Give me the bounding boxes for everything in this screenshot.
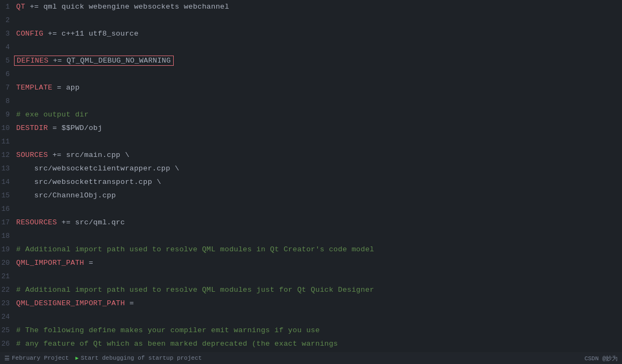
code-token: RESOURCES xyxy=(16,218,57,226)
line-number: 17 xyxy=(0,218,16,226)
code-line: 16 xyxy=(0,202,622,216)
code-token: # Additional import path used xyxy=(16,286,152,294)
code-line: 1QT += qml quick webengine websockets we… xyxy=(0,0,622,13)
line-number: 6 xyxy=(0,70,16,78)
line-number: 15 xyxy=(0,191,16,200)
line-number: 23 xyxy=(0,299,16,307)
code-token: QML_DESIGNER_IMPORT_PATH xyxy=(16,299,125,307)
line-number: 14 xyxy=(0,178,16,186)
line-content: QML_IMPORT_PATH = xyxy=(16,259,617,267)
code-line: 19# Additional import path used to resol… xyxy=(0,243,622,256)
code-token: = $$PWD/obj xyxy=(48,124,102,132)
line-content: # Additional import path used to resolve… xyxy=(16,286,617,294)
code-token: QML_IMPORT_PATH xyxy=(16,259,84,267)
code-line: 13 src/websocketclientwrapper.cpp \ xyxy=(0,162,622,175)
line-content: SOURCES += src/main.cpp \ xyxy=(16,151,617,159)
code-token: = app xyxy=(52,84,79,92)
code-token: CONFIG xyxy=(16,30,43,38)
line-number: 26 xyxy=(0,340,16,348)
code-line: 12SOURCES += src/main.cpp \ xyxy=(0,148,622,162)
status-left: ☰ February Project ▶ Start debugging of … xyxy=(4,355,202,362)
code-container: 1QT += qml quick webengine websockets we… xyxy=(0,0,622,352)
menu-icon: ☰ xyxy=(4,355,10,362)
line-number: 19 xyxy=(0,245,16,253)
code-token: DESTDIR xyxy=(16,124,48,132)
line-number: 3 xyxy=(0,30,16,38)
code-token: QT xyxy=(16,3,25,11)
code-token: # any feature of Qt which as been marked… xyxy=(16,340,338,348)
csdn-credit: CSDN @妙为 xyxy=(584,354,618,362)
code-token: += c++11 utf8_source xyxy=(43,30,138,38)
line-content: # exe output dir xyxy=(16,111,617,119)
code-token: DEFINES xyxy=(17,57,49,65)
code-line: 6 xyxy=(0,67,622,81)
line-content: RESOURCES += src/qml.qrc xyxy=(16,218,617,226)
code-line: 4 xyxy=(0,40,622,54)
highlighted-line: DEFINES += QT_QML_DEBUG_NO_WARNING xyxy=(14,56,174,66)
code-token: SOURCES xyxy=(16,151,48,159)
code-token: # exe output dir xyxy=(16,111,88,119)
debug-label: Start debugging of startup project xyxy=(81,355,202,361)
status-bar: ☰ February Project ▶ Start debugging of … xyxy=(0,352,622,364)
code-token: = xyxy=(125,299,134,307)
line-number: 4 xyxy=(0,43,16,51)
play-icon: ▶ xyxy=(76,355,79,361)
line-content: # any feature of Qt which as been marked… xyxy=(16,340,617,348)
code-line: 7TEMPLATE = app xyxy=(0,81,622,94)
code-token: = xyxy=(84,259,93,267)
code-line: 17RESOURCES += src/qml.qrc xyxy=(0,216,622,229)
code-line: 2 xyxy=(0,13,622,27)
line-number: 13 xyxy=(0,164,16,173)
line-number: 25 xyxy=(0,326,16,334)
code-line: 5DEFINES += QT_QML_DEBUG_NO_WARNING xyxy=(0,54,622,67)
code-token: resolve QML modules in Qt Creator's code… xyxy=(161,245,374,253)
code-token: TEMPLATE xyxy=(16,84,52,92)
code-line: 15 src/ChannelObj.cpp xyxy=(0,189,622,202)
code-token: # Additional import path used xyxy=(16,245,152,253)
line-number: 2 xyxy=(0,16,16,24)
line-content: src/ChannelObj.cpp xyxy=(16,191,617,200)
code-line: 11 xyxy=(0,135,622,148)
code-token: += src/main.cpp \ xyxy=(48,151,129,159)
line-number: 21 xyxy=(0,272,16,280)
line-content: # Additional import path used to resolve… xyxy=(16,245,617,253)
code-line: 25# The following define makes your comp… xyxy=(0,324,622,337)
line-number: 24 xyxy=(0,313,16,321)
line-content: CONFIG += c++11 utf8_source xyxy=(16,30,617,38)
status-project: ☰ February Project xyxy=(4,355,69,362)
line-content: src/websocketclientwrapper.cpp \ xyxy=(16,164,617,173)
project-name: February Project xyxy=(12,355,69,361)
code-line: 23QML_DESIGNER_IMPORT_PATH = xyxy=(0,297,622,310)
line-content: # The following define makes your compil… xyxy=(16,326,617,334)
code-token: to xyxy=(152,286,161,294)
status-debug[interactable]: ▶ Start debugging of startup project xyxy=(76,355,202,361)
code-token: # The following define makes your compil… xyxy=(16,326,320,334)
line-content: QT += qml quick webengine websockets web… xyxy=(16,3,617,11)
line-number: 7 xyxy=(0,84,16,92)
code-line: 22# Additional import path used to resol… xyxy=(0,283,622,297)
code-token: src/websocketclientwrapper.cpp \ xyxy=(16,164,179,173)
line-content: DESTDIR = $$PWD/obj xyxy=(16,124,617,132)
line-number: 11 xyxy=(0,138,16,146)
code-token: += QT_QML_DEBUG_NO_WARNING xyxy=(49,57,171,65)
code-line: 8 xyxy=(0,94,622,108)
code-line: 21 xyxy=(0,270,622,283)
code-line: 24 xyxy=(0,310,622,324)
line-number: 12 xyxy=(0,151,16,159)
code-token: += qml quick webengine websockets webcha… xyxy=(25,3,229,11)
code-token: src/ChannelObj.cpp xyxy=(16,191,116,200)
code-line: 3CONFIG += c++11 utf8_source xyxy=(0,27,622,40)
code-line: 26# any feature of Qt which as been mark… xyxy=(0,337,622,351)
code-line: 14 src/websockettransport.cpp \ xyxy=(0,175,622,189)
line-number: 18 xyxy=(0,232,16,240)
code-token: src/websockettransport.cpp \ xyxy=(16,178,161,186)
line-content: DEFINES += QT_QML_DEBUG_NO_WARNING xyxy=(16,56,617,66)
code-editor: 1QT += qml quick webengine websockets we… xyxy=(0,0,622,364)
line-number: 1 xyxy=(0,3,16,11)
line-content: src/websockettransport.cpp \ xyxy=(16,178,617,186)
line-number: 16 xyxy=(0,205,16,213)
line-number: 10 xyxy=(0,124,16,132)
code-line: 18 xyxy=(0,229,622,243)
code-line: 20QML_IMPORT_PATH = xyxy=(0,256,622,270)
code-token: += src/qml.qrc xyxy=(57,218,125,226)
